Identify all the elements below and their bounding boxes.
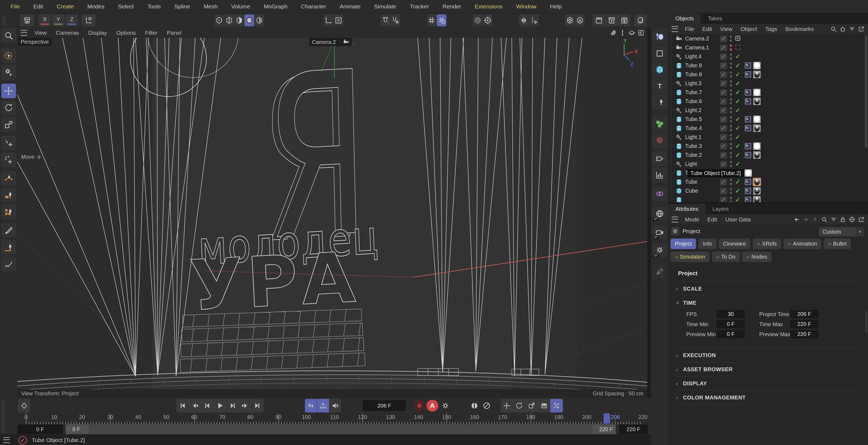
object-row[interactable]: Light.1✓ [669, 133, 868, 142]
phong-tag-icon[interactable] [745, 197, 751, 202]
toolbar-axis-x-button[interactable]: X [38, 14, 51, 26]
texture-tag-icon[interactable] [753, 151, 761, 159]
object-manager-list[interactable]: Camera.2Camera.1Light.4✓Tube.9✓Tube.8✓Li… [669, 34, 868, 202]
palette-knot-icon[interactable] [652, 186, 667, 201]
object-state[interactable]: ✓ [734, 143, 742, 150]
tab-attributes[interactable]: Attributes [669, 204, 705, 214]
visibility-dots[interactable] [730, 160, 732, 168]
visibility-dots[interactable] [730, 44, 732, 52]
range-max-field[interactable]: 220 F [619, 424, 648, 434]
viewport-orbit-icon[interactable] [627, 29, 637, 36]
viewport-dolly-icon[interactable] [618, 29, 627, 36]
menu-volume[interactable]: Volume [224, 3, 257, 10]
edit-toggle[interactable] [720, 125, 727, 131]
loop-button[interactable] [305, 399, 317, 412]
toolbar-render-to-picture-viewer-button[interactable] [606, 14, 618, 26]
edit-toggle[interactable] [720, 179, 727, 185]
attributes-menu-user-data[interactable]: User Data [721, 216, 755, 223]
palette-pose-ball-icon[interactable] [652, 29, 667, 44]
toolbar-quantize-button[interactable] [437, 14, 446, 26]
object-state[interactable]: ✓ [734, 160, 742, 168]
go-to-start-button[interactable] [176, 399, 189, 412]
edit-toggle[interactable] [720, 98, 727, 105]
toolbar-mode-texture-button[interactable] [254, 14, 264, 26]
object-state[interactable]: ✓ [734, 98, 742, 105]
edit-toggle[interactable] [720, 80, 727, 87]
edit-toggle[interactable] [720, 116, 727, 123]
visibility-dots[interactable] [730, 71, 732, 79]
attr-tab-nodes[interactable]: ∩Nodes [742, 251, 771, 262]
point-move-tool[interactable] [1, 152, 16, 167]
visibility-dots[interactable] [730, 35, 732, 42]
attr-tab-project[interactable]: Project [671, 238, 696, 249]
object-row[interactable]: Tube.5✓ [669, 115, 868, 124]
attributes-menu-edit[interactable]: Edit [703, 216, 721, 223]
attributes-back-icon[interactable] [792, 216, 801, 223]
tab-layers[interactable]: Layers [705, 204, 736, 214]
section-asset-browser[interactable]: ›ASSET BROWSER [676, 366, 733, 373]
section-scale[interactable]: ›SCALE [676, 286, 702, 292]
next-key-button[interactable] [239, 399, 251, 412]
go-to-end-button[interactable] [251, 399, 264, 412]
magnify-tool[interactable] [1, 28, 16, 43]
object-state[interactable]: ✓ [734, 107, 742, 114]
visibility-dots[interactable] [730, 124, 732, 132]
palette-chart-icon[interactable] [652, 168, 667, 182]
object-row[interactable]: Light.2✓ [669, 106, 868, 115]
palette-globe-st-icon[interactable]: ST [652, 207, 667, 221]
palette-type-icon[interactable]: T [652, 79, 667, 93]
nav-toggles-button[interactable] [538, 399, 550, 412]
phong-tag-icon[interactable] [745, 143, 751, 149]
edit-toggle[interactable] [720, 71, 727, 78]
texture-tag-icon[interactable] [745, 169, 752, 177]
palette-cube-icon[interactable] [652, 62, 667, 77]
toolbar-render-view-button[interactable] [593, 14, 605, 26]
field-value-time-max[interactable]: 220 F [790, 320, 818, 328]
keyframe-selection-button[interactable] [550, 399, 563, 412]
live-selection-tool[interactable] [1, 48, 16, 63]
previous-key-button[interactable] [189, 399, 201, 412]
visibility-dots[interactable] [730, 196, 732, 202]
object-row[interactable]: Camera.2 [669, 34, 868, 43]
object-row[interactable]: Light✓ [669, 159, 868, 169]
phong-tag-icon[interactable] [745, 125, 751, 131]
nav-move-button[interactable] [500, 399, 513, 412]
edit-toggle[interactable] [720, 134, 727, 141]
phong-tag-icon[interactable] [745, 98, 751, 105]
visibility-dots[interactable] [730, 151, 732, 159]
toolbar-snap-button[interactable] [380, 14, 390, 26]
tab-takes[interactable]: Takes [701, 13, 729, 24]
preset-dropdown[interactable]: Custom ▼ [819, 227, 864, 236]
record-keyframe-button[interactable] [413, 400, 425, 412]
tweak-tool[interactable] [1, 65, 16, 80]
object-state[interactable]: ✓ [734, 178, 742, 186]
object-row[interactable]: Light.4✓ [669, 52, 868, 61]
texture-tag-icon[interactable] [753, 143, 761, 150]
field-value-time-min[interactable]: 0 F [717, 320, 745, 328]
attributes-menu-icon[interactable] [672, 216, 678, 222]
attr-tab-cineware[interactable]: Cineware [719, 238, 750, 249]
toolbar-workplane-button[interactable] [334, 14, 343, 26]
toolbar-symmetry-button[interactable] [519, 14, 529, 26]
palette-light-st-icon[interactable]: ST [652, 243, 667, 258]
viewport-menu-display[interactable]: Display [84, 30, 112, 36]
visibility-dots[interactable] [730, 116, 732, 123]
visibility-dots[interactable] [730, 89, 732, 96]
edit-toggle[interactable] [720, 44, 727, 51]
attr-tab-animation[interactable]: ∩Animation [784, 238, 822, 249]
menu-window[interactable]: Window [509, 3, 543, 10]
spline-pen-tool[interactable] [1, 171, 16, 186]
edit-toggle[interactable] [720, 35, 727, 42]
field-value-preview-min[interactable]: 0 F [717, 330, 745, 338]
play-forward-button[interactable] [214, 399, 226, 412]
menu-mograph[interactable]: MoGraph [257, 3, 294, 10]
object-state[interactable]: ✓ [734, 151, 742, 159]
nav-window-button[interactable] [525, 399, 538, 412]
current-frame-field[interactable]: 206 F [363, 400, 406, 411]
viewport-menu-view[interactable]: View [30, 30, 51, 36]
preview-range-bar[interactable]: 0 F 220 F [66, 424, 616, 434]
toolbar-mode-model-button[interactable] [244, 14, 254, 26]
texture-tag-icon[interactable] [753, 124, 761, 132]
attributes-filter-icon[interactable] [829, 216, 838, 223]
visibility-dots[interactable] [730, 187, 732, 195]
